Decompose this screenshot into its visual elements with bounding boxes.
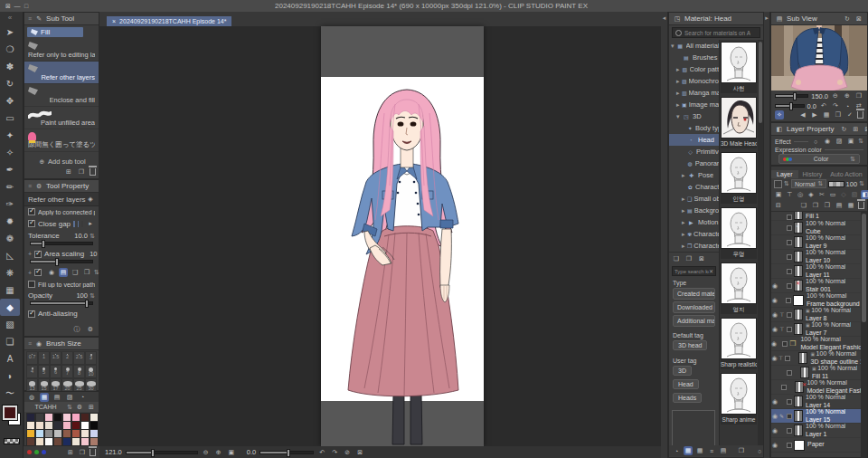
area-scaling-value[interactable]: 10 (90, 250, 97, 258)
border-effect-icon[interactable]: ○ (811, 137, 820, 146)
zoom-percent-value[interactable]: 121.0 (105, 448, 122, 456)
layer-row[interactable]: ◉Paper (771, 438, 861, 453)
layer-checkbox[interactable] (787, 283, 792, 289)
close-gap-checkbox[interactable] (28, 220, 35, 227)
duplicate-sub-tool-icon[interactable]: ❐ (77, 167, 86, 177)
color-set-dot[interactable] (34, 450, 39, 454)
object-tool[interactable]: ➤ (0, 24, 20, 41)
material-card[interactable]: 영지 (721, 262, 757, 314)
sub-tool-group-fill[interactable]: Fill (27, 27, 83, 37)
layer-checkbox[interactable] (787, 428, 792, 434)
tree-arrow-icon[interactable]: ▾ (676, 113, 682, 120)
material-tree-item-body-type[interactable]: ✦Body type (669, 122, 719, 134)
paste-material-icon[interactable]: ❐ (737, 446, 746, 455)
mask-icon[interactable]: ▭ (828, 190, 837, 199)
layer-row[interactable]: ◉100 % NormalFrame background 1 (771, 293, 861, 308)
rotate-angle-value[interactable]: 0.0 (247, 448, 256, 456)
layer-visibility-icon[interactable]: ◉ (771, 355, 778, 361)
material-tree-item-primitive[interactable]: ◇Primitive (669, 146, 719, 157)
color-set-name[interactable]: TCAHH (27, 404, 64, 410)
sub-tool-item[interactable]: Enclose and fill (24, 84, 99, 107)
delete-sub-tool-icon[interactable] (90, 168, 96, 176)
sub-view-rotate-left-icon[interactable]: ↶ (819, 101, 828, 110)
frame-border-tool[interactable]: ❏ (0, 333, 20, 350)
refer-folder-icon[interactable]: ❒ (82, 268, 91, 277)
close-panel-icon[interactable]: ⊠ (863, 125, 867, 134)
color-set-dot[interactable] (27, 450, 32, 454)
layer-checkbox[interactable] (787, 240, 792, 245)
fit-to-screen-icon[interactable]: ▣ (227, 448, 236, 457)
ruler-icon[interactable]: ◎ (796, 190, 805, 199)
layer-color-effect-icon[interactable]: ▨ (835, 137, 844, 146)
sub-view-list-icon[interactable]: ▦ (822, 110, 831, 119)
layer-row[interactable]: ◉✎100 % NormalLayer 15 (771, 409, 861, 424)
stepper-icon[interactable]: ◇ (839, 190, 848, 199)
sub-view-delete-icon[interactable] (857, 111, 863, 119)
layer-row[interactable]: 100 % NormalLayer 11 (771, 264, 861, 279)
layer-visibility-icon[interactable]: ◉ (771, 413, 778, 419)
layer-scrollbar[interactable] (862, 214, 866, 322)
vector-path-checkbox[interactable] (28, 281, 35, 288)
tree-arrow-icon[interactable]: ▾ (671, 43, 675, 50)
lock-transparent-icon[interactable]: ✂ (817, 190, 826, 199)
lock-icon[interactable]: ◈ (86, 195, 95, 204)
layer-visibility-icon[interactable]: ◉ (771, 442, 778, 448)
layer-visibility-icon[interactable]: ◉ (771, 398, 778, 405)
zoom-out-icon[interactable]: ⊖ (202, 448, 211, 457)
sub-view-rotate-right-icon[interactable]: ↷ (831, 101, 840, 110)
flip-view-icon[interactable]: ⊠ (355, 448, 364, 457)
brush-tool[interactable]: ✑ (0, 196, 20, 213)
layer-row[interactable]: 100 % NormalLayer 9 (771, 235, 861, 250)
color-swatch[interactable] (62, 437, 71, 446)
window-maximize-icon[interactable]: □ (22, 2, 31, 11)
opacity-stepper[interactable]: ⇅ (859, 180, 864, 187)
brush-size-cell[interactable]: 30 (85, 378, 97, 392)
blend-tool[interactable]: ❋ (0, 264, 20, 281)
decoration-tool[interactable]: ❁ (0, 230, 20, 247)
fill-tool[interactable]: ◆ (0, 299, 20, 316)
reference-layer-icon[interactable]: ▧ (850, 190, 859, 199)
material-tree-item-character-te[interactable]: ▸❒Character Te (669, 240, 719, 252)
brush-size-cell[interactable]: 5 (38, 365, 50, 378)
palette-color-icon[interactable] (774, 180, 782, 188)
draft-pencil-icon[interactable]: ✎ (778, 413, 785, 419)
area-scaling-slider[interactable] (30, 260, 93, 263)
layer-row[interactable]: ◉⊤▣ 100 % NormalLayer 7 (771, 322, 861, 337)
register-color-icon[interactable]: ⊞ (66, 448, 75, 457)
refresh-icon[interactable]: ↻ (843, 14, 852, 24)
collapse-material-icon[interactable]: ◂ (663, 14, 666, 22)
layer-checkbox[interactable] (787, 327, 792, 332)
user-tag-head[interactable]: Head (673, 379, 699, 389)
user-tag-3d[interactable]: 3D (673, 366, 692, 376)
layer-checkbox[interactable] (787, 399, 792, 405)
layer-row[interactable]: ✓100 % NormalCube (771, 221, 861, 235)
layer-row[interactable]: 100 % NormalLayer 10 (771, 250, 861, 264)
close-gap-level-3[interactable] (81, 221, 83, 227)
sub-view-zoom-out-icon[interactable]: ⊖ (831, 91, 840, 100)
tolerance-value[interactable]: 10.0 (74, 232, 88, 240)
layer-checkbox[interactable] (785, 356, 790, 361)
color-swatch[interactable] (80, 437, 90, 446)
layer-visibility-icon[interactable]: ◉ (771, 427, 778, 434)
color-swatch[interactable] (26, 437, 35, 446)
toolbar-collapse-icon[interactable]: « (0, 12, 20, 24)
figure-tool[interactable]: ▦ (0, 281, 20, 299)
material-tree-item-image-material[interactable]: ▸▣Image material (669, 99, 719, 110)
brush-size-cell[interactable]: 0.7 (26, 351, 38, 365)
merge-layer-icon[interactable]: ▦ (846, 201, 855, 210)
tree-arrow-icon[interactable]: ▸ (682, 231, 685, 238)
tab-auto-action[interactable]: Auto Action (826, 170, 865, 178)
refer-reference-layer-icon[interactable]: ▤ (59, 268, 68, 277)
material-card[interactable]: 3D Male Head2 (721, 97, 757, 148)
color-swatch[interactable] (90, 437, 99, 446)
opacity-stepper[interactable]: ⇅ (90, 292, 95, 299)
color-swatch[interactable] (44, 437, 53, 446)
close-gap-expand-icon[interactable]: ▸ (86, 219, 95, 228)
antialias-checkbox[interactable] (28, 310, 35, 318)
layer-row[interactable]: ◉100 % NormalLayer 14 (771, 395, 861, 409)
tolerance-stepper[interactable]: ⇅ (90, 233, 95, 239)
tree-dup-icon[interactable]: ❐ (684, 254, 693, 263)
sub-view-rotate-value[interactable]: 0.0 (807, 102, 816, 110)
refresh-icon[interactable]: ↻ (839, 125, 848, 134)
type-downloaded-button[interactable]: Downloaded materials (673, 301, 715, 313)
